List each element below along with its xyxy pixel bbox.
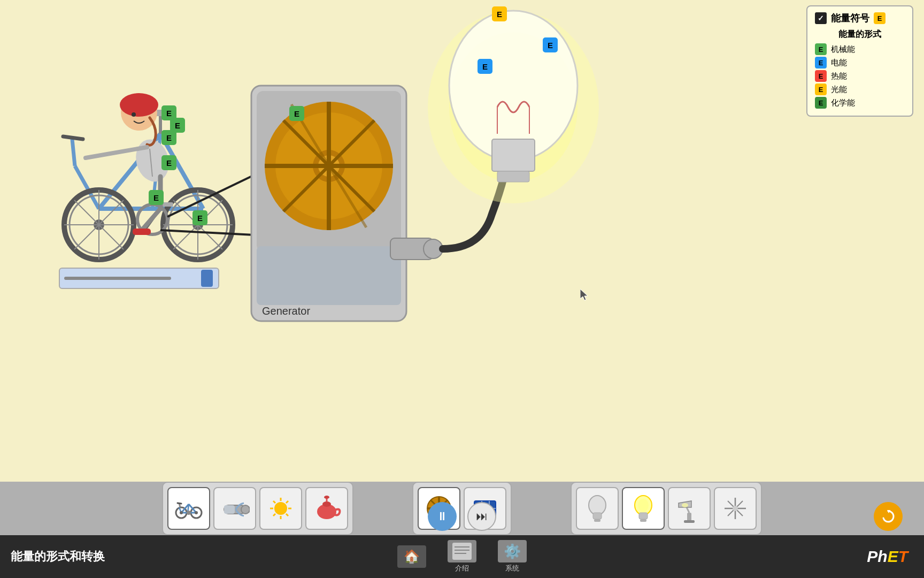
energy-type-chemical: E 化学能 [815, 97, 905, 109]
energy-type-electrical: E 电能 [815, 57, 905, 69]
main-simulation-area: E E E E E E E E E E Generator ✓ 能量符号 E 能… [0, 0, 924, 524]
svg-point-56 [449, 11, 578, 161]
checkbox-icon: ✓ [815, 12, 827, 24]
energy-source-group [162, 482, 353, 535]
float-e-badge-top: E [492, 6, 507, 21]
light-badge: E [815, 83, 827, 95]
svg-rect-51 [257, 246, 401, 305]
mechanical-label: 机械能 [831, 44, 855, 55]
float-e-badge-bulb2: E [478, 59, 492, 74]
float-e-badge-gen: E [289, 106, 304, 121]
svg-rect-38 [133, 229, 151, 235]
energy-type-light: E 光能 [815, 83, 905, 95]
svg-rect-111 [684, 520, 695, 523]
playback-controls: ⏸ ⏭ [428, 502, 496, 531]
svg-line-85 [273, 514, 275, 516]
reset-button[interactable] [874, 502, 903, 531]
svg-rect-75 [224, 505, 235, 514]
svg-rect-110 [687, 513, 691, 521]
energy-type-mechanical: E 机械能 [815, 43, 905, 55]
bulb-on-btn[interactable] [622, 487, 665, 530]
nav-home-area: 🏠 介绍 ⚙️ 系统 [397, 540, 527, 573]
float-e-badge-rider5: E [149, 190, 164, 205]
svg-point-69 [187, 511, 191, 515]
svg-rect-104 [593, 513, 602, 519]
bulb-type-group [571, 482, 762, 535]
energy-type-thermal: E 热能 [815, 70, 905, 82]
phet-logo: Ph E T [867, 547, 908, 566]
svg-line-26 [72, 139, 75, 166]
float-e-badge-bulb1: E [543, 37, 558, 52]
svg-rect-58 [497, 171, 529, 182]
svg-point-114 [682, 503, 688, 507]
svg-line-83 [286, 514, 288, 516]
chemical-label: 化学能 [831, 98, 855, 108]
teapot-btn[interactable] [305, 487, 348, 530]
svg-line-27 [63, 136, 83, 139]
float-e-badge-rider4: E [161, 155, 176, 170]
speed-slider[interactable] [59, 268, 219, 289]
svg-line-84 [286, 501, 288, 503]
svg-point-88 [322, 501, 331, 507]
svg-rect-121 [452, 543, 472, 560]
nav-system-label: 系统 [505, 564, 519, 573]
star-light-btn[interactable] [714, 487, 757, 530]
svg-rect-108 [639, 513, 648, 519]
svg-point-76 [241, 505, 250, 514]
nav-system-btn[interactable]: ⚙️ 系统 [498, 540, 527, 573]
svg-point-107 [638, 499, 649, 512]
thermal-badge: E [815, 70, 827, 82]
energy-legend-panel: ✓ 能量符号 E 能量的形式 E 机械能 E 电能 E 热能 E 光能 E 化学… [806, 5, 913, 117]
svg-point-71 [195, 511, 198, 514]
bulb-off-btn[interactable] [576, 487, 619, 530]
svg-rect-109 [640, 519, 646, 522]
svg-point-90 [324, 496, 329, 499]
svg-rect-57 [492, 139, 535, 171]
step-button[interactable]: ⏭ [467, 502, 496, 531]
sun-btn[interactable] [259, 487, 302, 530]
svg-point-103 [589, 496, 606, 515]
pause-button[interactable]: ⏸ [428, 502, 457, 531]
float-e-badge-rider3: E [161, 130, 176, 145]
nav-left-text: 能量的形式和转换 [11, 549, 105, 565]
svg-point-77 [274, 502, 287, 515]
energy-legend-title: 能量的形式 [815, 29, 905, 40]
svg-point-119 [733, 506, 738, 511]
energy-symbol-checkbox[interactable]: ✓ 能量符号 E [815, 12, 905, 25]
svg-line-82 [273, 501, 275, 503]
desk-lamp-btn[interactable] [668, 487, 711, 530]
nav-intro-btn[interactable]: 介绍 [448, 540, 476, 573]
bicycle-btn[interactable] [167, 487, 210, 530]
mechanical-badge: E [815, 43, 827, 55]
svg-point-70 [180, 511, 183, 514]
svg-rect-105 [594, 519, 600, 522]
nav-bar: 能量的形式和转换 🏠 介绍 ⚙️ 系统 Ph E T [0, 535, 924, 578]
svg-line-73 [178, 503, 181, 504]
float-e-badge-rider6: E [192, 210, 207, 225]
svg-rect-33 [122, 104, 156, 111]
energy-symbol-label: 能量符号 [831, 12, 869, 25]
light-label: 光能 [831, 85, 847, 95]
electrical-label: 电能 [831, 58, 847, 68]
energy-symbol-e-badge: E [874, 12, 886, 24]
nav-intro-label: 介绍 [455, 564, 469, 573]
svg-point-34 [132, 112, 136, 117]
electrical-badge: E [815, 57, 827, 69]
thermal-label: 热能 [831, 71, 847, 81]
nav-home-btn[interactable]: 🏠 [397, 545, 426, 568]
chemical-badge: E [815, 97, 827, 109]
generator-label: Generator [262, 305, 310, 317]
water-pipe-btn[interactable] [213, 487, 256, 530]
